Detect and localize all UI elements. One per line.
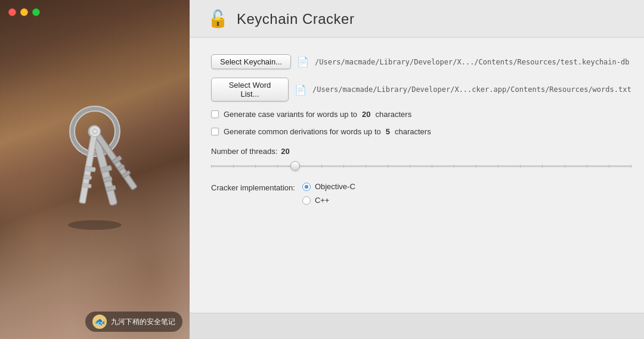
slider-ticks [211, 165, 631, 167]
radio-objc-row: Objective-C [302, 182, 355, 191]
left-panel: 🐟 九河下稍的安全笔记 [0, 0, 190, 339]
keys-illustration [38, 103, 151, 236]
traffic-lights [8, 8, 40, 16]
tick [410, 165, 410, 168]
select-wordlist-button[interactable]: Select Word List... [211, 78, 289, 101]
cracker-section: Cracker implementation: Objective-C C++ [211, 182, 631, 205]
keychain-row: Select Keychain... 📄 /Users/macmade/Libr… [211, 54, 631, 69]
threads-label-row: Number of threads: 20 [211, 147, 631, 156]
tick [587, 165, 587, 168]
close-button[interactable] [8, 8, 16, 16]
threads-value: 20 [281, 147, 289, 156]
keychain-path: /Users/macmade/Library/Developer/X.../Co… [315, 58, 629, 66]
tick [498, 165, 499, 168]
common-derivations-row: Generate common derivations for words up… [211, 127, 631, 136]
minimize-button[interactable] [20, 8, 28, 16]
tick [255, 165, 256, 168]
case-variants-label-prefix: Generate case variants for words up to [224, 110, 357, 119]
footer [190, 313, 644, 339]
wordlist-path: /Users/macmade/Library/Developer/X...cke… [312, 85, 631, 94]
radio-cpp-label: C++ [315, 196, 330, 205]
tick [277, 165, 278, 168]
radio-cpp[interactable] [302, 196, 311, 205]
radio-cpp-row: C++ [302, 196, 355, 205]
threads-slider-wrap [211, 161, 631, 171]
watermark-text: 九河下稍的安全笔记 [111, 317, 175, 327]
tick [476, 165, 476, 168]
tick [211, 165, 212, 168]
tick [233, 165, 234, 168]
case-variants-checkbox[interactable] [211, 110, 219, 118]
app-header: 🔓 Keychain Cracker [190, 0, 644, 38]
case-variants-row: Generate case variants for words up to 2… [211, 110, 631, 119]
cracker-label: Cracker implementation: [211, 182, 295, 192]
tick [520, 165, 521, 168]
right-panel: 🔓 Keychain Cracker Select Keychain... 📄 … [190, 0, 644, 339]
threads-section: Number of threads: 20 [211, 147, 631, 171]
keychain-file-icon: 📄 [297, 56, 309, 67]
select-keychain-button[interactable]: Select Keychain... [211, 54, 291, 69]
watermark-avatar: 🐟 [92, 315, 107, 329]
tick [631, 165, 631, 168]
common-derivations-checkbox[interactable] [211, 128, 219, 135]
content-area: Select Keychain... 📄 /Users/macmade/Libr… [190, 38, 644, 313]
wordlist-row: Select Word List... 📄 /Users/macmade/Lib… [211, 78, 631, 101]
tick [609, 165, 609, 168]
radio-objc-label: Objective-C [315, 182, 355, 191]
lock-icon: 🔓 [208, 11, 228, 27]
svg-point-20 [68, 220, 122, 230]
common-derivations-label-prefix: Generate common derivations for words up… [224, 127, 381, 136]
tick [454, 165, 454, 168]
maximize-button[interactable] [32, 8, 40, 16]
threads-slider-thumb[interactable] [290, 161, 300, 171]
threads-slider-track [211, 165, 631, 167]
common-derivations-label-suffix: characters [395, 127, 431, 136]
common-derivations-value: 5 [386, 127, 390, 136]
cracker-options: Objective-C C++ [302, 182, 355, 205]
radio-objc[interactable] [302, 183, 311, 191]
tick [343, 165, 344, 168]
app-title: Keychain Cracker [237, 11, 354, 27]
tick [321, 165, 322, 168]
wordlist-file-icon: 📄 [295, 84, 306, 95]
tick [388, 165, 388, 168]
tick [432, 165, 432, 168]
tick [542, 165, 543, 168]
tick [366, 165, 366, 168]
watermark: 🐟 九河下稍的安全笔记 [85, 312, 182, 332]
case-variants-label-suffix: characters [375, 110, 411, 119]
tick [565, 165, 565, 168]
watermark-icon: 🐟 [95, 317, 105, 326]
case-variants-value: 20 [362, 110, 370, 119]
threads-label: Number of threads: [211, 147, 277, 156]
